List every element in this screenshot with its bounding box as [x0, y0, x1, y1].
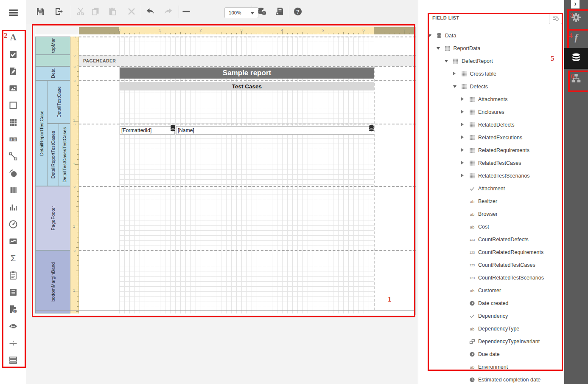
toolbox-item-crossbands[interactable]	[6, 354, 20, 368]
band-strip-detailTestCasesTestCases[interactable]: DetailTestCasesTestCases	[59, 124, 70, 186]
ruler-tick	[328, 33, 328, 34]
field-list-item[interactable]: RelatedExecutions	[418, 131, 565, 144]
toolbox-item-panel[interactable]	[6, 99, 20, 113]
tab-report-explorer[interactable]	[564, 69, 588, 89]
toolbox-item-pagebreak[interactable]	[6, 320, 20, 334]
collapse-panel-icon[interactable]: ›	[571, 0, 580, 8]
band-strip-detail[interactable]: Deta	[35, 66, 70, 80]
chevron-right-icon[interactable]	[461, 161, 464, 164]
chevron-right-icon[interactable]	[453, 72, 456, 75]
zoom-out-button[interactable]	[179, 6, 193, 19]
zoom-level-select[interactable]: 100%	[224, 7, 258, 18]
band-strip-detailTestCase[interactable]: DetailTestCase	[47, 80, 70, 124]
toolbox-item-charactercomb[interactable]: ab	[6, 133, 20, 147]
field-list-item[interactable]: abCost	[418, 220, 565, 233]
toolbox-item-tableofcontents[interactable]	[6, 286, 20, 300]
field-list-item[interactable]: abBrowser	[418, 208, 565, 220]
toolbox-item-barcode[interactable]	[6, 184, 20, 198]
field-list-item[interactable]: 123CountRelatedDefects	[418, 233, 565, 246]
field-list-item[interactable]: Attachment	[418, 182, 565, 195]
page-header-band-row[interactable]: PAGEHEADER	[79, 55, 415, 66]
field-list-item[interactable]: 123CountRelatedTestCases	[418, 259, 565, 271]
field-list-item[interactable]: Date created	[418, 297, 565, 310]
toolbox-item-separator[interactable]	[6, 337, 20, 351]
toolbox-item-sparkline[interactable]	[6, 235, 20, 249]
band-strip-bottomMarginBand[interactable]: bottomMarginBand	[35, 250, 70, 313]
field-list-item[interactable]: abCustomer	[418, 284, 565, 297]
field-list-item[interactable]: Due date	[418, 348, 565, 361]
field-list-item[interactable]: RelatedTestScenarios	[418, 169, 565, 182]
field-list-item[interactable]: Data	[418, 29, 565, 42]
toolbox-item-shape[interactable]	[6, 167, 20, 181]
vertical-ruler[interactable]: 0	[70, 37, 79, 55]
field-list-item[interactable]: abBesitzer	[418, 195, 565, 208]
field-list-item[interactable]: abDependencyType	[418, 322, 565, 335]
field-list-item[interactable]: CrossTable	[418, 68, 565, 80]
toolbox-item-line[interactable]	[6, 150, 20, 164]
chevron-down-icon[interactable]	[428, 34, 431, 37]
vertical-ruler[interactable]: 01	[70, 124, 79, 186]
report-subtitle-textbox[interactable]: Test Cases	[120, 82, 374, 90]
band-strip-detailReportTestCases[interactable]: DetailReportTestCases	[47, 124, 59, 186]
tab-expressions[interactable]: f	[564, 28, 588, 48]
save-button[interactable]	[33, 6, 48, 19]
report-title-textbox[interactable]: Sample report	[120, 68, 374, 79]
toolbox-item-gauge[interactable]	[6, 218, 20, 232]
chevron-right-icon[interactable]	[461, 110, 464, 113]
field-list-item[interactable]: RelatedDefects	[418, 119, 565, 131]
toolbox-item-checkbox[interactable]	[6, 48, 20, 62]
help-button[interactable]: ?	[291, 6, 305, 19]
toolbox-item-table[interactable]	[6, 116, 20, 130]
field-list-item[interactable]: ReportData	[418, 42, 565, 55]
tab-properties[interactable]	[564, 9, 588, 28]
toolbox-item-label[interactable]: A	[6, 31, 20, 45]
field-list-item[interactable]: 123CountRelatedRequirements	[418, 246, 565, 259]
toolbox-item-pageinfo[interactable]: i	[6, 303, 20, 317]
horizontal-ruler[interactable]: 01234567	[79, 27, 415, 34]
scripts-button[interactable]	[272, 6, 287, 19]
band-strip-pageFooter[interactable]: PageFooter	[35, 186, 70, 250]
tab-field-list[interactable]	[564, 48, 588, 69]
field-list-item[interactable]: Dependency	[418, 310, 565, 322]
field-list-item[interactable]: 123CountRelatedTestScenarios	[418, 271, 565, 284]
field-list-options-button[interactable]	[549, 13, 562, 24]
chevron-right-icon[interactable]	[461, 97, 464, 101]
band-strip-detailReportTestCase[interactable]: DetailReportTestCase	[35, 80, 48, 186]
chevron-down-icon[interactable]	[453, 85, 456, 88]
vertical-ruler[interactable]: 01	[70, 186, 79, 250]
data-binding-icon[interactable]	[170, 125, 176, 132]
toolbox-item-clipboard[interactable]	[6, 269, 20, 283]
toolbox-item-sum[interactable]: Σ	[6, 252, 20, 266]
chevron-right-icon[interactable]	[461, 148, 464, 152]
toolbox-item-picture[interactable]	[6, 82, 20, 96]
field-list-item[interactable]: Estimated completion date	[418, 373, 565, 384]
toolbox-item-chart[interactable]	[6, 201, 20, 215]
field-list-item[interactable]: DependencyTypeInvariant	[418, 335, 565, 348]
undo-button[interactable]	[143, 6, 158, 19]
chevron-right-icon[interactable]	[461, 174, 464, 177]
design-surface[interactable]: 0123456700001010101topMarDetaDetailRepor…	[26, 24, 418, 384]
hamburger-menu-icon[interactable]	[6, 6, 20, 20]
field-list-item[interactable]: Enclosures	[418, 106, 565, 119]
field-list-item[interactable]: Defects	[418, 80, 565, 93]
export-button[interactable]	[52, 6, 66, 19]
field-list-item[interactable]: RelatedTestCases	[418, 157, 565, 169]
field-list-item[interactable]: DefectReport	[418, 55, 565, 68]
vertical-ruler[interactable]: 0	[70, 66, 79, 80]
toolbox-item-richtext[interactable]	[6, 65, 20, 79]
vertical-ruler[interactable]: 01	[70, 250, 79, 313]
chevron-right-icon[interactable]	[461, 123, 464, 126]
chevron-right-icon[interactable]	[461, 136, 464, 139]
band-strip-pageHeader[interactable]	[35, 55, 70, 66]
field-list-item[interactable]: Attachments	[418, 93, 565, 106]
band-strip-topMargin[interactable]: topMar	[35, 37, 70, 55]
report-page[interactable]: 0123456700001010101topMarDetaDetailRepor…	[35, 27, 416, 315]
vertical-ruler[interactable]: 0	[70, 55, 79, 66]
chevron-down-icon[interactable]	[437, 47, 440, 50]
field-textbox-name[interactable]: [Name]	[176, 126, 374, 135]
field-textbox-formattedid[interactable]: [FormattedId]	[120, 126, 175, 135]
field-list-item[interactable]: RelatedRequirements	[418, 144, 565, 157]
vertical-ruler[interactable]: 01	[70, 80, 79, 124]
field-list-item[interactable]: abEnvironment	[418, 361, 565, 373]
chevron-down-icon[interactable]	[445, 60, 448, 62]
